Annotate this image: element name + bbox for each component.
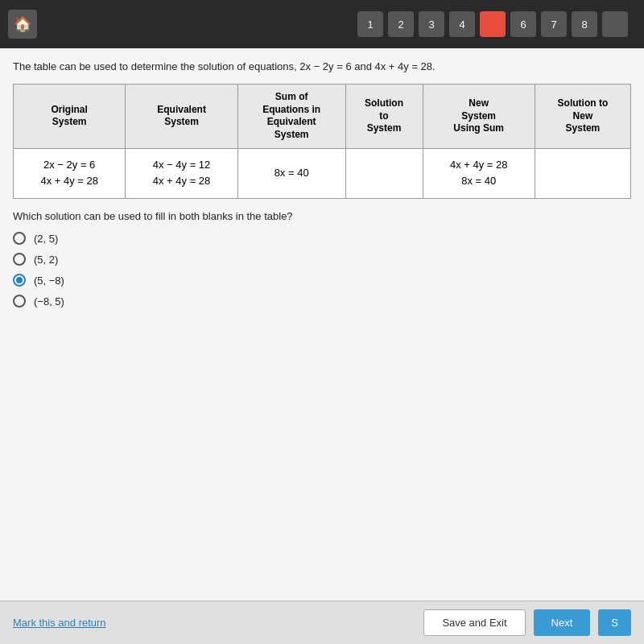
nav-btn-1[interactable]: 1 xyxy=(357,11,383,37)
next-button[interactable]: Next xyxy=(534,609,591,636)
cell-equivalent: 4x − 4y = 12 4x + 4y = 28 xyxy=(126,148,237,199)
equation-table: OriginalSystem EquivalentSystem Sum ofEq… xyxy=(13,84,631,199)
col-header-sum: Sum ofEquations inEquivalentSystem xyxy=(237,85,345,148)
eq2: 4x + 4y = 28 xyxy=(40,175,98,187)
option-1[interactable]: (2, 5) xyxy=(13,232,631,245)
col-header-equivalent: EquivalentSystem xyxy=(126,85,237,148)
radio-4[interactable] xyxy=(13,295,26,308)
cell-original: 2x − 2y = 6 4x + 4y = 28 xyxy=(14,148,126,199)
col-header-solution-to: SolutiontoSystem xyxy=(345,85,423,148)
eq1: 2x − 2y = 6 xyxy=(43,159,95,171)
nav-btn-7[interactable]: 7 xyxy=(541,11,567,37)
nav-btn-8[interactable]: 8 xyxy=(572,11,597,37)
main-content: The table can be used to determine the s… xyxy=(0,48,644,644)
save-exit-button[interactable]: Save and Exit xyxy=(423,609,525,636)
radio-2[interactable] xyxy=(13,253,26,266)
home-icon[interactable]: 🏠 xyxy=(8,10,37,39)
bottom-bar: Mark this and return Save and Exit Next … xyxy=(0,601,644,644)
question-text: The table can be used to determine the s… xyxy=(13,60,631,74)
sub-question-text: Which solution can be used to fill in bo… xyxy=(13,210,631,222)
col-header-new-system: NewSystemUsing Sum xyxy=(423,85,535,148)
cell-new-system: 4x + 4y = 28 8x = 40 xyxy=(423,148,535,199)
answer-options: (2, 5) (5, 2) (5, −8) (−8, 5) xyxy=(13,232,631,308)
top-bar: 🏠 1 2 3 4 6 7 8 xyxy=(0,0,644,48)
nav-buttons: 1 2 3 4 6 7 8 xyxy=(357,11,628,37)
mark-and-return-link[interactable]: Mark this and return xyxy=(13,617,106,629)
new-eq2: 8x = 40 xyxy=(461,175,496,187)
table-row: 2x − 2y = 6 4x + 4y = 28 4x − 4y = 12 4x… xyxy=(14,148,631,199)
option-2-label: (5, 2) xyxy=(34,254,58,266)
col-header-original: OriginalSystem xyxy=(14,85,126,148)
cell-sum: 8x = 40 xyxy=(237,148,345,199)
radio-1[interactable] xyxy=(13,232,26,245)
col-header-solution-new: Solution toNewSystem xyxy=(535,85,630,148)
radio-3[interactable] xyxy=(13,274,26,287)
nav-btn-4[interactable]: 4 xyxy=(449,11,475,37)
eq3: 4x − 4y = 12 xyxy=(153,159,211,171)
nav-btn-5[interactable] xyxy=(480,11,506,37)
skip-button[interactable]: S xyxy=(598,609,631,636)
cell-solution-new xyxy=(535,148,630,199)
cell-solution-to xyxy=(345,148,423,199)
option-4[interactable]: (−8, 5) xyxy=(13,295,631,308)
bottom-buttons: Save and Exit Next S xyxy=(423,609,631,636)
sum-eq: 8x = 40 xyxy=(275,167,309,179)
nav-btn-3[interactable]: 3 xyxy=(419,11,444,37)
option-2[interactable]: (5, 2) xyxy=(13,253,631,266)
option-3-label: (5, −8) xyxy=(34,275,64,287)
option-3[interactable]: (5, −8) xyxy=(13,274,631,287)
new-eq1: 4x + 4y = 28 xyxy=(450,159,508,171)
nav-btn-6[interactable]: 6 xyxy=(510,11,536,37)
option-4-label: (−8, 5) xyxy=(34,295,64,308)
eq4: 4x + 4y = 28 xyxy=(153,175,211,187)
option-1-label: (2, 5) xyxy=(34,233,58,245)
nav-btn-2[interactable]: 2 xyxy=(388,11,414,37)
nav-btn-9[interactable] xyxy=(602,11,628,37)
